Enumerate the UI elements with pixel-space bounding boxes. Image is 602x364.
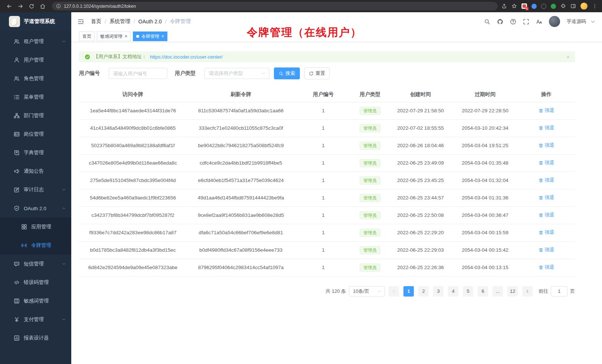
- browser-profile-avatar[interactable]: [580, 3, 588, 10]
- goto-page-input[interactable]: [551, 286, 567, 297]
- sidebar-item-notice[interactable]: 通知公告: [0, 162, 71, 181]
- sidebar-collapse-icon[interactable]: [77, 18, 84, 25]
- prev-page-button[interactable]: [389, 286, 399, 297]
- tab-home[interactable]: 首页: [79, 32, 95, 41]
- page-ellipsis[interactable]: ...: [493, 286, 503, 297]
- breadcrumb-oauth2[interactable]: OAuth 2.0: [138, 19, 162, 24]
- force-logout-button[interactable]: 强退: [539, 194, 554, 201]
- force-logout-button[interactable]: 强退: [539, 212, 554, 218]
- extension-icon-badged[interactable]: 0: [521, 3, 527, 9]
- side-panel-icon[interactable]: [570, 3, 576, 9]
- page-button-5[interactable]: 5: [463, 286, 473, 297]
- address-bar[interactable]: 127.0.0.1:1024/system/oauth2/token: [52, 2, 498, 10]
- access-token-cell: 54d6be82ee5a460a9aedc1f9bf223656: [79, 189, 187, 206]
- user-type-cell: 管理员: [351, 224, 389, 241]
- sidebar-item-dept[interactable]: 部门管理: [0, 106, 71, 125]
- sidebar-item-oauth2-app[interactable]: 应用管理: [0, 218, 71, 236]
- force-logout-button[interactable]: 强退: [539, 159, 554, 166]
- breadcrumb-home[interactable]: 首页: [91, 18, 101, 25]
- bookmark-star-icon[interactable]: [511, 3, 517, 9]
- breadcrumb-system[interactable]: 系统管理: [109, 18, 130, 25]
- page-size-select[interactable]: 10条/页: [349, 286, 385, 297]
- next-page-button[interactable]: [522, 286, 533, 297]
- alert-doc-link[interactable]: https://doc.iocoder.cn/user-center/: [150, 54, 223, 60]
- page-button-12[interactable]: 12: [507, 286, 518, 297]
- tab-sensitive-word[interactable]: 敏感词管理 ×: [97, 32, 131, 41]
- force-logout-button[interactable]: 强退: [539, 107, 554, 114]
- sidebar-item-sensitive-word[interactable]: 敏感词管理: [0, 292, 71, 310]
- chevron-up-icon: [62, 206, 66, 211]
- sidebar-item-pay[interactable]: 支付管理: [0, 310, 71, 329]
- action-cell: 强退: [518, 206, 575, 224]
- app-logo-row[interactable]: 芋道管理系统: [0, 12, 71, 31]
- extension-icon-blue[interactable]: [531, 4, 537, 9]
- sidebar-item-audit-log[interactable]: 审计日志: [0, 181, 71, 199]
- user-avatar[interactable]: [549, 16, 560, 27]
- force-logout-button[interactable]: 强退: [539, 142, 554, 149]
- extension-icon-green[interactable]: [551, 4, 556, 9]
- sidebar-item-post[interactable]: 岗位管理: [0, 125, 71, 143]
- user-id-input[interactable]: [109, 68, 167, 79]
- megaphone-icon: [14, 168, 20, 174]
- browser-reload-icon[interactable]: [29, 3, 35, 9]
- page-button-6[interactable]: 6: [478, 286, 488, 297]
- sidebar-item-oauth2-token[interactable]: 令牌管理: [0, 236, 71, 255]
- force-logout-button[interactable]: 强退: [539, 264, 554, 271]
- sidebar-item-menu[interactable]: 菜单管理: [0, 88, 71, 106]
- sidebar-item-label: 错误码管理: [24, 279, 49, 286]
- tab-close-icon[interactable]: ×: [125, 34, 127, 39]
- extensions-puzzle-icon[interactable]: [560, 3, 566, 9]
- force-logout-label: 强退: [545, 177, 554, 183]
- search-button[interactable]: 搜索: [274, 67, 300, 79]
- user-type-select[interactable]: 请选择用户类型: [205, 68, 269, 79]
- browser-home-icon[interactable]: [40, 3, 46, 9]
- sidebar-item-oauth2[interactable]: OAuth 2.0: [0, 199, 71, 218]
- browser-back-icon[interactable]: [6, 3, 12, 9]
- browser-menu-icon[interactable]: [592, 3, 598, 9]
- sidebar-item-sms[interactable]: 短信管理: [0, 255, 71, 273]
- site-info-icon[interactable]: [56, 4, 61, 9]
- force-logout-button[interactable]: 强退: [539, 177, 554, 183]
- user-menu-caret-icon[interactable]: [590, 19, 596, 25]
- page-button-3[interactable]: 3: [433, 286, 444, 297]
- search-icon[interactable]: [484, 19, 490, 25]
- access-token-cell: b0d1785bc3a8482f812db4a3f3bd15ec: [79, 241, 187, 259]
- force-logout-button[interactable]: 强退: [539, 246, 554, 253]
- user-type-cell: 管理员: [351, 241, 389, 259]
- browser-forward-icon[interactable]: [17, 3, 23, 9]
- breadcrumb: 首页 / 系统管理 / OAuth 2.0 / 令牌管理: [91, 18, 191, 25]
- page-button-4[interactable]: 4: [448, 286, 458, 297]
- sidebar-item-report-designer[interactable]: 报表设计器: [0, 329, 71, 347]
- token-table: 访问令牌 刷新令牌 用户编号 用户类型 创建时间 过期时间 操作 1ea5e44…: [79, 87, 575, 277]
- reset-button-label: 重置: [315, 70, 325, 77]
- user-name[interactable]: 芋道源码: [567, 18, 586, 25]
- force-logout-button[interactable]: 强退: [539, 125, 554, 131]
- create-time-cell: 2022-06-25 23:44:57: [389, 189, 452, 206]
- sidebar-item-label: 敏感词管理: [24, 298, 49, 304]
- create-time-cell: 2022-06-25 23:45:25: [389, 172, 452, 189]
- comment-icon: [14, 261, 20, 267]
- github-icon[interactable]: [497, 19, 503, 25]
- tab-close-icon[interactable]: ×: [161, 34, 164, 39]
- force-logout-label: 强退: [545, 264, 554, 271]
- page-button-2[interactable]: 2: [418, 286, 429, 297]
- tab-label: 敏感词管理: [100, 33, 122, 40]
- sidebar-item-user[interactable]: 用户管理: [0, 51, 71, 69]
- share-icon[interactable]: [501, 3, 507, 9]
- sidebar-item-error-code[interactable]: 错误码管理: [0, 273, 71, 292]
- user-type-cell: 管理员: [351, 206, 389, 224]
- help-icon[interactable]: [510, 19, 516, 25]
- expire-time-cell: 2054-03-04 01:32:04: [452, 172, 518, 189]
- force-logout-button[interactable]: 强退: [539, 229, 554, 236]
- fullscreen-icon[interactable]: [523, 19, 529, 25]
- reset-button[interactable]: 重置: [304, 67, 330, 79]
- tab-token[interactable]: 令牌管理 ×: [133, 32, 167, 41]
- sidebar-item-label: 租户管理: [24, 38, 44, 45]
- sidebar-item-role[interactable]: 角色管理: [0, 69, 71, 88]
- sidebar-item-dict[interactable]: 字典管理: [0, 143, 71, 162]
- sidebar-item-tenant[interactable]: 租户管理: [0, 32, 71, 51]
- alert-close-icon[interactable]: ×: [566, 54, 570, 60]
- page-button-1[interactable]: 1: [403, 286, 414, 297]
- font-size-icon[interactable]: [536, 19, 542, 25]
- extension-icon-dark[interactable]: [541, 4, 546, 9]
